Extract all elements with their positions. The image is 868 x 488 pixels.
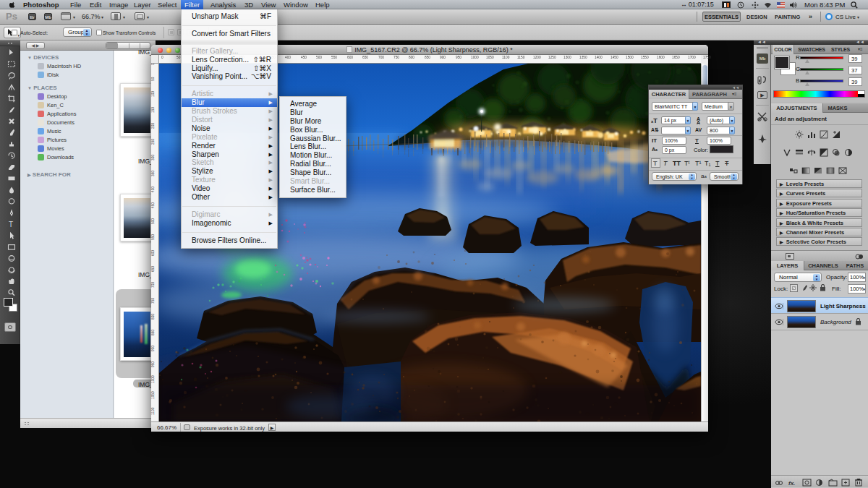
svg-text:fx.: fx. [788,480,795,487]
svg-text:T: T [9,221,13,228]
